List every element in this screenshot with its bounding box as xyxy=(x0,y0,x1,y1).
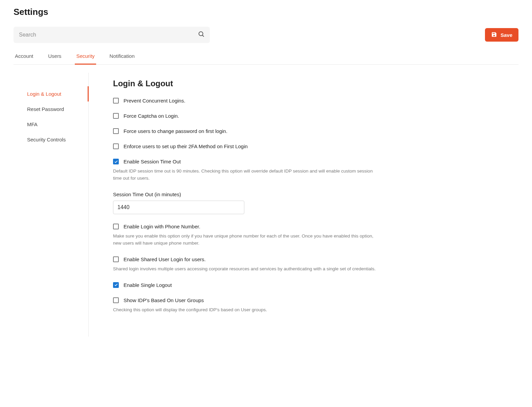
option-desc: Checking this option will display the co… xyxy=(113,307,380,314)
search-input[interactable] xyxy=(14,27,210,43)
checkbox-login-phone[interactable] xyxy=(113,224,119,229)
tab-notification[interactable]: Notification xyxy=(108,50,136,65)
checkbox-single-logout[interactable] xyxy=(113,282,119,288)
page-title: Settings xyxy=(14,7,518,17)
checkbox-session-timeout[interactable] xyxy=(113,159,119,164)
save-button-label: Save xyxy=(501,32,512,38)
tabs: Account Users Security Notification xyxy=(14,50,518,65)
tab-security[interactable]: Security xyxy=(75,50,96,65)
checkbox-show-idp[interactable] xyxy=(113,297,119,303)
option-label: Enforce users to set up their 2FA Method… xyxy=(124,143,248,149)
option-login-phone: Enable Login with Phone Number. Make sur… xyxy=(113,224,380,247)
sidebar-item-mfa[interactable]: MFA xyxy=(14,117,89,132)
search-wrap xyxy=(14,27,210,43)
save-icon xyxy=(491,31,497,39)
option-show-idp: Show IDP's Based On User Groups Checking… xyxy=(113,297,380,314)
option-force-password-change: Force users to change password on first … xyxy=(113,128,380,134)
session-timeout-input[interactable] xyxy=(113,201,244,214)
option-force-captcha: Force Captcha on Login. xyxy=(113,113,380,119)
option-label: Prevent Concurrent Logins. xyxy=(124,98,185,104)
checkbox-shared-user[interactable] xyxy=(113,256,119,262)
tab-account[interactable]: Account xyxy=(14,50,35,65)
option-label: Show IDP's Based On User Groups xyxy=(124,297,204,303)
checkbox-prevent-concurrent[interactable] xyxy=(113,98,119,104)
tab-users[interactable]: Users xyxy=(47,50,63,65)
option-shared-user: Enable Shared User Login for users. Shar… xyxy=(113,256,380,273)
option-desc: Make sure you enable this option only if… xyxy=(113,233,380,247)
sidebar-item-security-controls[interactable]: Security Controls xyxy=(14,132,89,147)
option-label: Force Captcha on Login. xyxy=(124,113,179,119)
option-prevent-concurrent: Prevent Concurrent Logins. xyxy=(113,98,380,104)
option-desc: Shared login involves multiple users acc… xyxy=(113,266,380,273)
option-label: Enable Single Logout xyxy=(124,282,172,288)
checkbox-enforce-2fa[interactable] xyxy=(113,143,119,149)
layout: Login & Logout Reset Password MFA Securi… xyxy=(14,73,518,337)
sidebar-item-login-logout[interactable]: Login & Logout xyxy=(14,86,89,101)
header-row: Save xyxy=(14,27,518,43)
option-label: Enable Session Time Out xyxy=(124,159,181,164)
option-desc: Default IDP session time out is 90 minut… xyxy=(113,168,380,182)
option-enforce-2fa: Enforce users to set up their 2FA Method… xyxy=(113,143,380,149)
save-button[interactable]: Save xyxy=(485,28,518,42)
content: Login & Logout Prevent Concurrent Logins… xyxy=(89,73,380,337)
option-label: Enable Shared User Login for users. xyxy=(124,256,206,262)
session-timeout-label: Session Time Out (in minutes) xyxy=(113,191,380,197)
checkbox-force-password-change[interactable] xyxy=(113,128,119,134)
option-session-timeout: Enable Session Time Out Default IDP sess… xyxy=(113,159,380,182)
sidebar: Login & Logout Reset Password MFA Securi… xyxy=(14,73,89,337)
section-title: Login & Logout xyxy=(113,79,380,88)
checkbox-force-captcha[interactable] xyxy=(113,113,119,119)
option-single-logout: Enable Single Logout xyxy=(113,282,380,288)
option-label: Force users to change password on first … xyxy=(124,128,227,134)
session-timeout-field: Session Time Out (in minutes) xyxy=(113,191,380,214)
option-label: Enable Login with Phone Number. xyxy=(124,224,200,229)
sidebar-item-reset-password[interactable]: Reset Password xyxy=(14,101,89,117)
